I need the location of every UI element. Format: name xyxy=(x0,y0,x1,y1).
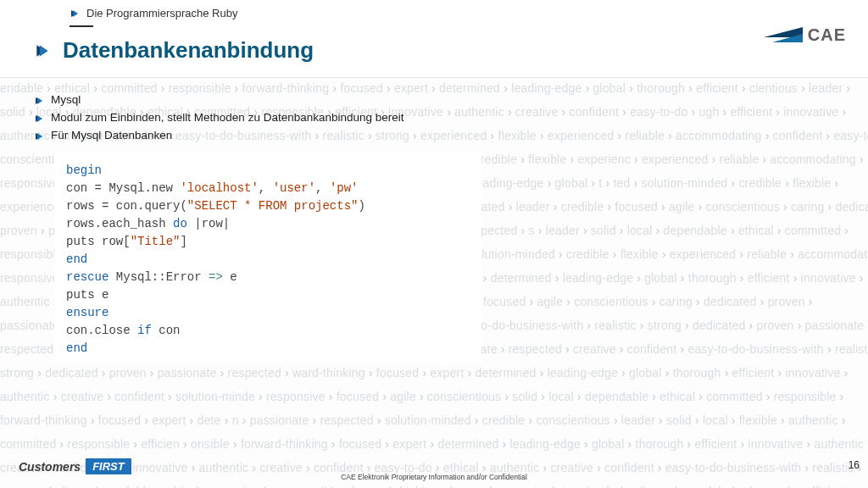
breadcrumb: Die Programmiersprache Ruby xyxy=(70,7,237,19)
chevron-right-icon xyxy=(34,93,44,106)
code-text: ) xyxy=(358,199,364,213)
list-item: Mysql xyxy=(34,93,834,106)
cae-logo: CAE xyxy=(764,25,846,45)
code-string: 'pw' xyxy=(330,181,359,195)
code-text: |row| xyxy=(187,217,230,230)
code-string: "SELECT * FROM projects" xyxy=(187,199,359,213)
code-string: 'localhost' xyxy=(180,181,258,195)
code-text: rows = con.query( xyxy=(66,199,187,213)
code-text: ] xyxy=(180,235,186,248)
code-text: puts e xyxy=(66,288,108,302)
confidential-notice: CAE Elektronik Proprietary Information a… xyxy=(0,473,868,481)
code-kw: end xyxy=(66,252,87,266)
code-kw: begin xyxy=(66,164,102,177)
code-text: puts row[ xyxy=(66,235,131,248)
slide-root: endable › ethical › committed › responsi… xyxy=(0,0,868,488)
code-string: "Title" xyxy=(131,235,181,248)
code-text: e xyxy=(223,270,237,284)
slide-content: Mysql Modul zum Einbinden, stellt Method… xyxy=(34,93,834,363)
list-item: Modul zum Einbinden, stellt Methoden zu … xyxy=(34,111,834,124)
page-number: 16 xyxy=(849,459,860,471)
code-kw: ensure xyxy=(66,306,108,319)
code-kw: if xyxy=(137,324,152,337)
code-text: con.close xyxy=(66,324,137,337)
customers-label: Customers xyxy=(19,460,81,474)
code-text: , xyxy=(259,181,273,195)
bullet-text: Für Mysql Datenbanken xyxy=(51,129,172,141)
list-item: Für Mysql Datenbanken xyxy=(34,129,834,141)
code-string: 'user' xyxy=(273,181,315,195)
bullet-text: Modul zum Einbinden, stellt Methoden zu … xyxy=(51,111,404,124)
code-text: rows.each_hash xyxy=(66,217,173,230)
bullet-text: Mysql xyxy=(51,93,81,106)
code-kw: rescue xyxy=(66,270,108,284)
code-kw: end xyxy=(66,341,87,355)
page-title: Datenbankenanbindung xyxy=(63,37,314,64)
code-text: con xyxy=(152,324,181,337)
slide-header: Die Programmiersprache Ruby Datenbankena… xyxy=(0,0,868,78)
chevron-right-icon xyxy=(34,111,44,124)
title-row: Datenbankenanbindung xyxy=(34,37,314,64)
code-text: Mysql::Error xyxy=(108,270,209,284)
swoosh-icon xyxy=(764,27,803,44)
bullet-list: Mysql Modul zum Einbinden, stellt Method… xyxy=(34,93,834,141)
code-text: con = Mysql.new xyxy=(66,181,180,195)
logo-text: CAE xyxy=(808,25,846,45)
code-block: begin con = Mysql.new 'localhost', 'user… xyxy=(54,153,481,363)
chevron-right-icon xyxy=(34,129,44,141)
code-arrow: => xyxy=(209,270,223,284)
code-text: , xyxy=(315,181,330,195)
code-kw: do xyxy=(173,217,187,230)
breadcrumb-label: Die Programmiersprache Ruby xyxy=(86,7,237,19)
chevron-right-icon xyxy=(70,8,80,19)
breadcrumb-underline xyxy=(70,25,93,27)
chevron-right-icon xyxy=(34,42,51,59)
